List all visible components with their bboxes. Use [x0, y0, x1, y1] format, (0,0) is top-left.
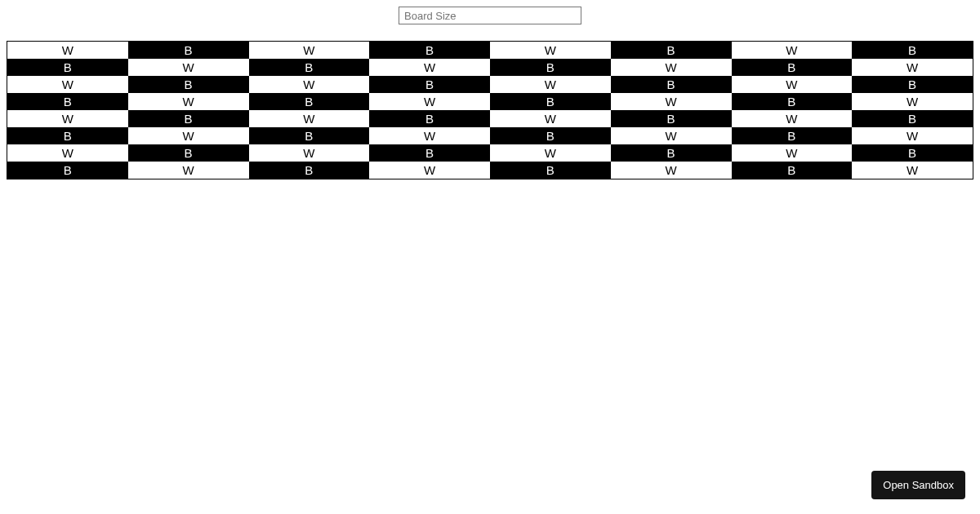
board-cell: W [490, 42, 611, 59]
board-cell: W [249, 76, 370, 93]
board-row: BWBWBWBW [7, 59, 973, 76]
board-row: BWBWBWBW [7, 93, 973, 110]
board-row: BWBWBWBW [7, 162, 973, 179]
board-cell: W [7, 76, 128, 93]
board-cell: B [369, 144, 490, 162]
board-cell: B [369, 42, 490, 59]
board-cell: B [490, 162, 611, 179]
board-cell: W [732, 42, 853, 59]
board-row: WBWBWBWB [7, 42, 973, 59]
board-cell: W [249, 144, 370, 162]
board-cell: W [852, 59, 973, 76]
board-cell: W [369, 127, 490, 144]
board-cell: W [732, 76, 853, 93]
board-cell: B [611, 110, 732, 127]
board-cell: W [249, 42, 370, 59]
board-size-input[interactable] [399, 7, 581, 24]
board-cell: W [490, 110, 611, 127]
board-cell: B [852, 110, 973, 127]
board-cell: W [128, 93, 249, 110]
board-cell: B [732, 162, 853, 179]
board-cell: B [611, 76, 732, 93]
board-cell: B [852, 76, 973, 93]
board-cell: B [490, 127, 611, 144]
board-cell: W [128, 59, 249, 76]
board-cell: W [490, 76, 611, 93]
board-cell: W [732, 110, 853, 127]
board-cell: W [852, 93, 973, 110]
board-cell: B [369, 110, 490, 127]
board-cell: W [611, 162, 732, 179]
board-cell: B [249, 127, 370, 144]
board-cell: B [249, 162, 370, 179]
board-cell: W [369, 93, 490, 110]
board-cell: B [128, 42, 249, 59]
board-cell: W [7, 42, 128, 59]
board-cell: W [369, 59, 490, 76]
board-cell: W [369, 162, 490, 179]
board-cell: B [128, 110, 249, 127]
board-cell: B [732, 127, 853, 144]
board-row: WBWBWBWB [7, 144, 973, 162]
board-cell: W [611, 127, 732, 144]
board-cell: B [490, 93, 611, 110]
board-cell: B [249, 59, 370, 76]
board-cell: B [490, 59, 611, 76]
board-cell: B [7, 127, 128, 144]
board-cell: W [7, 110, 128, 127]
board-cell: B [852, 144, 973, 162]
board-cell: B [852, 42, 973, 59]
board-cell: W [852, 127, 973, 144]
open-sandbox-button[interactable]: Open Sandbox [871, 471, 965, 499]
board-cell: B [732, 93, 853, 110]
board-row: WBWBWBWB [7, 76, 973, 93]
board-cell: B [7, 93, 128, 110]
board-cell: B [611, 144, 732, 162]
board-cell: W [249, 110, 370, 127]
board-cell: W [7, 144, 128, 162]
board-cell: W [128, 162, 249, 179]
board-cell: W [128, 127, 249, 144]
board-cell: B [128, 144, 249, 162]
board-cell: B [128, 76, 249, 93]
board-row: WBWBWBWB [7, 110, 973, 127]
chess-board: WBWBWBWBBWBWBWBWWBWBWBWBBWBWBWBWWBWBWBWB… [7, 41, 973, 179]
board-cell: W [852, 162, 973, 179]
board-cell: B [732, 59, 853, 76]
board-row: BWBWBWBW [7, 127, 973, 144]
input-container [0, 0, 980, 31]
board-cell: B [7, 162, 128, 179]
board-cell: W [732, 144, 853, 162]
board-cell: W [611, 93, 732, 110]
board-cell: W [611, 59, 732, 76]
board-cell: W [490, 144, 611, 162]
board-cell: B [7, 59, 128, 76]
board-cell: B [249, 93, 370, 110]
board-cell: B [369, 76, 490, 93]
board-cell: B [611, 42, 732, 59]
